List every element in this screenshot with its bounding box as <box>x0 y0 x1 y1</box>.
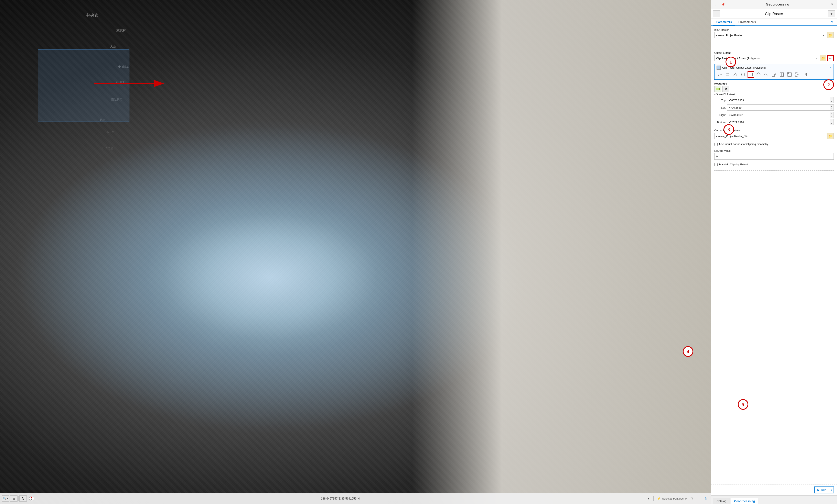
output-extent-select[interactable]: Clip Raster Output Extent (Polygons) ▼ <box>714 55 819 61</box>
rect-undo-btn[interactable]: ↺ <box>723 86 729 92</box>
rect-draw-icon <box>715 87 720 91</box>
right-input[interactable] <box>727 112 830 118</box>
add-button[interactable]: + <box>828 11 835 17</box>
tab-parameters[interactable]: Parameters <box>713 19 735 26</box>
circle-tool-btn[interactable] <box>740 71 746 78</box>
triangle-tool-btn[interactable] <box>732 71 738 78</box>
help-icon[interactable]: ? <box>829 19 835 25</box>
pause-btn[interactable]: ⏸ <box>696 496 701 501</box>
compass-icon: N <box>29 496 34 501</box>
minimize-btn[interactable]: ⌄ <box>713 2 719 7</box>
input-raster-folder-btn[interactable]: 📁 <box>827 32 834 38</box>
use-input-features-label: Use Input Features for Clipping Geometry <box>719 143 768 146</box>
left-input[interactable] <box>727 105 830 110</box>
panel-body: Input Raster mosaic_ProjectRaster ▼ 📁 1 … <box>711 26 837 484</box>
nodata-input-wrapper[interactable] <box>714 153 834 160</box>
use-input-features-checkbox[interactable] <box>714 143 717 146</box>
coord-dropdown[interactable]: ▼ <box>647 497 650 500</box>
output-raster-input[interactable] <box>714 133 826 139</box>
rect-tools: ↺ <box>714 86 834 92</box>
xy-extent-header[interactable]: ▾ X and Y Extent <box>714 93 834 96</box>
right-spin-up[interactable]: ▲ <box>830 112 834 115</box>
curve-icon <box>764 72 768 77</box>
run-button[interactable]: ▶ Run ▼ <box>814 486 834 493</box>
left-spin-btns[interactable]: ▲ ▼ <box>830 105 834 110</box>
svg-marker-7 <box>733 73 737 76</box>
zoom-full-btn[interactable]: ⊞ <box>10 496 18 502</box>
extent-navigate-btn[interactable]: → <box>828 66 832 70</box>
input-raster-field: Input Raster mosaic_ProjectRaster ▼ 📁 1 <box>714 28 834 49</box>
curve-tool-btn[interactable] <box>763 71 769 78</box>
extent-color-box <box>716 66 720 70</box>
left-spin-down[interactable]: ▼ <box>830 108 834 110</box>
statusbar-tools[interactable]: 🔍+ ⊞ N N <box>2 496 34 502</box>
map-label-1: 中央市 <box>86 12 99 18</box>
bottom-label: Bottom <box>714 121 726 124</box>
zoom-in-btn[interactable]: 🔍+ <box>2 496 10 502</box>
right-spin-down[interactable]: ▼ <box>830 115 834 118</box>
catalog-tab[interactable]: Catalog <box>713 498 730 504</box>
cut-tool-btn[interactable] <box>779 71 785 78</box>
bottom-spin-btns[interactable]: ▲ ▼ <box>830 119 834 125</box>
reshape-tool-btn[interactable] <box>794 71 801 78</box>
selection-mode-btn[interactable]: ⬚ <box>688 496 694 501</box>
back-button[interactable]: ← <box>713 11 720 17</box>
fill-tool-btn[interactable] <box>771 71 777 78</box>
top-spin-up[interactable]: ▲ <box>830 97 834 100</box>
top-input[interactable] <box>727 97 830 103</box>
map-area[interactable]: 中央市 道志村 大山 中川温泉 山北町 南足柄市 足柄 小田原 田子の浦 🔍+ … <box>0 0 711 504</box>
top-input-row: Top ▲ ▼ <box>714 97 834 103</box>
unpin-btn[interactable]: 📌 <box>720 2 726 7</box>
bottom-spin-up[interactable]: ▲ <box>830 119 834 122</box>
nodata-input[interactable] <box>714 153 834 160</box>
triangle-icon <box>733 72 737 77</box>
top-spin-down[interactable]: ▼ <box>830 100 834 103</box>
run-dropdown-btn[interactable]: ▼ <box>829 487 834 493</box>
bottom-input[interactable] <box>727 119 830 125</box>
output-extent-folder-btn[interactable]: 📁 <box>820 55 826 61</box>
selected-features-icon: ⚡ <box>657 497 660 500</box>
panel-tabs: Parameters Environments ? <box>711 19 837 26</box>
square-tool-btn[interactable] <box>748 71 754 78</box>
rotate-tool-btn[interactable] <box>802 71 808 78</box>
left-spin-up[interactable]: ▲ <box>830 105 834 108</box>
nodata-label: NoData Value <box>714 149 834 152</box>
rect-draw-btn[interactable] <box>714 86 721 92</box>
run-btn-main[interactable]: ▶ Run <box>815 487 829 493</box>
polygon-tool-btn[interactable] <box>755 71 762 78</box>
refresh-btn[interactable]: ↻ <box>703 496 709 501</box>
xy-extent-label: X and Y Extent <box>716 93 735 96</box>
extent-panel: Clip Raster Output Extent (Polygons) → <box>714 64 834 80</box>
north-arrow-btn[interactable]: N <box>19 496 27 502</box>
output-raster-input-wrapper[interactable] <box>714 133 826 139</box>
output-extent-value: Clip Raster Output Extent (Polygons) <box>716 57 760 60</box>
extent-header: Clip Raster Output Extent (Polygons) → <box>716 66 832 70</box>
map-label-9: 田子の浦 <box>102 147 113 150</box>
output-extent-select-wrapper[interactable]: Clip Raster Output Extent (Polygons) ▼ <box>714 55 819 61</box>
bottom-input-wrapper[interactable]: ▲ ▼ <box>727 119 834 125</box>
output-extent-pencil-btn[interactable]: ✏ <box>827 55 834 61</box>
right-input-wrapper[interactable]: ▲ ▼ <box>727 112 834 118</box>
output-raster-folder-btn[interactable]: 📁 <box>827 133 834 139</box>
top-spin-btns[interactable]: ▲ ▼ <box>830 97 834 103</box>
close-btn[interactable]: × <box>829 2 835 7</box>
vertex-tool-btn[interactable] <box>786 71 793 78</box>
input-raster-select[interactable]: mosaic_ProjectRaster ▼ <box>714 32 826 38</box>
rotate-icon <box>803 72 807 77</box>
freehand-tool-btn[interactable] <box>716 71 723 78</box>
right-spin-btns[interactable]: ▲ ▼ <box>830 112 834 118</box>
input-raster-value: mosaic_ProjectRaster <box>716 34 742 37</box>
map-selection-rect <box>38 49 129 122</box>
left-input-wrapper[interactable]: ▲ ▼ <box>727 105 834 111</box>
input-raster-select-wrapper[interactable]: mosaic_ProjectRaster ▼ <box>714 32 826 38</box>
top-input-wrapper[interactable]: ▲ ▼ <box>727 97 834 103</box>
geoprocessing-tab[interactable]: Geoprocessing <box>731 498 758 504</box>
output-extent-row: Clip Raster Output Extent (Polygons) ▼ 📁… <box>714 55 834 61</box>
tab-environments[interactable]: Environments <box>735 19 759 26</box>
maintain-clipping-checkbox[interactable] <box>714 163 717 166</box>
selected-features-text: Selected Features: 0 <box>662 497 687 500</box>
svg-marker-18 <box>796 74 798 75</box>
rect-select-tool-btn[interactable] <box>724 71 731 78</box>
output-extent-dropdown-arrow: ▼ <box>815 57 817 59</box>
bottom-spin-down[interactable]: ▼ <box>830 122 834 125</box>
